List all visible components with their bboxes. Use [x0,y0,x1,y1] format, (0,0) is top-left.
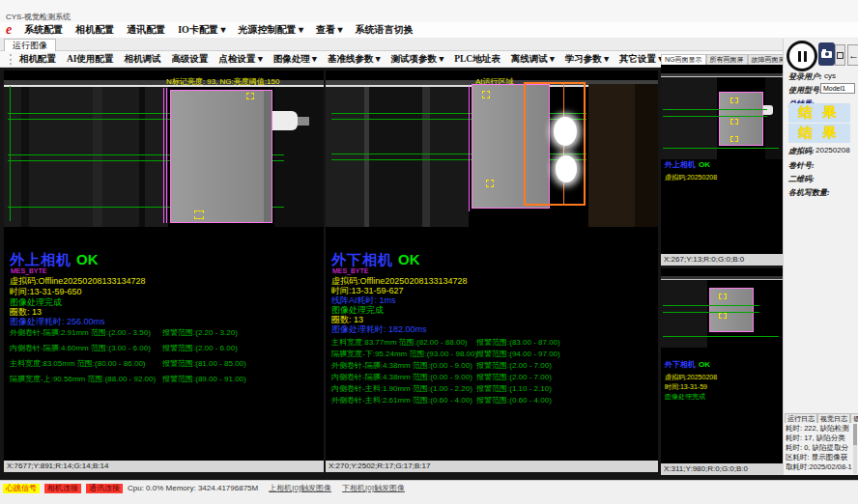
upper-camera-trigger-status: 上相机[0]触发图像 [269,484,331,493]
defect-mark [486,180,494,187]
back-button[interactable]: ← [847,44,858,66]
tool-test-params[interactable]: 测试项参数 ▾ [391,53,444,66]
measurement-value: 主料宽度:83.77mm 范围:(82.00 - 88.00) [331,337,468,348]
tool-baseline-params[interactable]: 基准线参数 ▾ [328,53,381,66]
machine-background [661,280,707,348]
menu-view[interactable]: 查看 ▾ [316,23,343,37]
measurement-value: 主料宽度:83.05mm 范围:(80.00 - 86.00) [10,358,146,369]
tool-ai-config[interactable]: AI使用配置 [67,53,114,66]
measurement-value: 隔膜宽度-下:95.24mm 范围:(93.00 - 98.00) [331,349,477,359]
camera-result-title: 外下相机OK [665,359,710,370]
measurement-value: 内侧卷针-主料:1.90mm 范围:(1.00 - 2.20) [331,383,472,394]
left-coords-readout: X:7677;Y:891;R:14;G:14;B:14 [4,461,324,472]
alarm-range: 报警范围:(83.00 - 87.00) [476,337,560,348]
tool-image-processing[interactable]: 图像处理 ▾ [273,53,317,66]
menu-io-config[interactable]: IO卡配置 ▾ [178,23,225,37]
baseline-vertical [10,86,11,221]
camera-name: 外下相机 [331,251,393,267]
measurement-value: 内侧卷针-隔膜:4.38mm 范围:(0.00 - 9.00) [331,372,472,382]
menu-camera-config[interactable]: 相机配置 [75,23,114,37]
log-scrollbar[interactable] [853,424,857,474]
tool-camera-debug[interactable]: 相机调试 [125,53,161,66]
tool-advanced-settings[interactable]: 高级设置 [172,53,209,66]
measurement-value: 隔膜宽度-上:90.56mm 范围:(88.00 - 92.00) [10,374,156,384]
menu-language-switch[interactable]: 系统语言切换 [355,23,413,37]
camera-name: 外上相机 [665,160,696,169]
menu-light-config[interactable]: 光源控制配置 ▾ [238,23,303,37]
model-input[interactable] [820,83,855,94]
alarm-range: 报警范围:(2.00 - 6.00) [162,343,238,353]
user-value: cys [824,71,836,80]
tab-all-frames[interactable]: 所有画面屏 [706,54,748,65]
tool-spotcheck-settings[interactable]: 点检设置 ▾ [219,53,263,66]
cell-image-block [170,90,272,223]
tab-run-log[interactable]: 运行日志 [785,413,817,423]
toolbar-grip[interactable] [10,54,14,65]
menu-bar: e 系统配置 相机配置 通讯配置 IO卡配置 ▾ 光源控制配置 ▾ 查看 ▾ 系… [0,22,858,38]
square-icon [837,52,844,59]
edge-marker-line [163,88,164,223]
back-arrow-icon: ← [848,49,858,61]
tab-run-image[interactable]: 运行图像 [4,39,56,52]
alarm-range: 报警范围:(1.10 - 2.10) [476,383,552,394]
cpu-memory-readout: Cpu: 0.0% Memory: 3424.41796875M [128,484,258,493]
connector-tail [298,117,309,126]
tool-learning-params[interactable]: 学习参数 ▾ [565,53,609,66]
scrollbar-thumb[interactable] [853,424,857,445]
status-bar: 心跳信号 相机连接 通讯连接 Cpu: 0.0% Memory: 3424.41… [0,480,858,504]
machine-column [422,87,430,227]
defect-mark [730,136,738,142]
result-display-lower: 结 果 [788,124,850,143]
baseline-line [663,312,759,313]
user-label: 登录用户: [788,71,822,82]
machine-background [430,87,469,227]
tab-strip: 运行图像 [0,38,858,51]
tab-vision-log[interactable]: 视觉日志 [817,413,850,423]
machine-background [369,87,422,227]
qr-code-label: 二维码: [788,174,815,184]
tool-camera-config[interactable]: 相机配置 [19,53,56,66]
glare-spot [554,117,577,146]
settings-button[interactable] [835,44,845,66]
tool-other-settings[interactable]: 其它设置 ▾ [619,53,663,66]
status-ok: OK [699,160,710,169]
left-camera-view[interactable]: N标记亮度: 93, NG:亮度阈值:150 外上相机OK MES_BYTE 虚… [4,70,324,461]
model-label: 使用型号: [788,85,822,96]
defect-mark [194,210,204,219]
alarm-range: 报警范围:(2.00 - 7.00) [476,360,552,371]
alarm-range: 报警范围:(89.00 - 91.00) [162,374,246,384]
tab-hardware-log[interactable]: 硬件日志 [850,413,858,423]
right-top-camera-view[interactable]: 外上相机OK 虚拟码:20250208 [661,65,783,254]
tab-ng-display[interactable]: NG画面显示 [661,54,706,65]
alarm-range: 报警范围:(94.00 - 97.00) [476,349,560,359]
baseline-line [663,148,779,149]
camera-icon [821,51,832,58]
time-text: 时间:13-31-59 [665,382,707,392]
control-panel: ← 登录用户: cys 使用型号: 总结果: 结 果 结 果 虚拟码: 2025… [783,39,858,475]
process-done-text: 图像处理完成 [665,392,705,402]
mes-label: MES_BYTE [11,267,46,274]
mes-label: MES_BYTE [332,267,368,274]
mid-camera-view[interactable]: AI运行区域 外下相机OK MES_BYTE 虚拟码:Offline202502… [326,70,658,461]
baseline-line [663,109,767,110]
measurement-value: 外侧卷针-隔膜:2.91mm 范围:(2.00 - 3.50) [10,327,151,338]
alarm-range: 报警范围:(2.00 - 7.00) [476,372,552,382]
alarm-range: 报警范围:(0.60 - 4.00) [476,395,552,406]
pause-button[interactable] [786,41,817,71]
tool-offline-debug[interactable]: 离线调试 ▾ [511,53,555,66]
right-top-coords-readout: X:267;Y:13;R:0;G:0;B:0 [661,254,783,266]
tool-plc-address[interactable]: PLC地址表 [454,53,500,66]
menu-system-config[interactable]: 系统配置 [24,23,63,37]
log-tabs: 运行日志 视觉日志 硬件日志 [785,413,858,423]
mid-coords-readout: X:270;Y:2502;R:17;G:17;B:17 [326,461,658,472]
camera-connection-badge: 相机连接 [44,484,81,493]
defect-mark [719,313,727,319]
snapshot-button[interactable] [818,42,835,66]
right-bottom-coords-readout: X:311;Y:980;R:0;G:0;B:0 [661,463,783,475]
right-bottom-camera-view[interactable]: 外下相机OK 虚拟码:20250208 时间:13-31-59 图像处理完成 [661,268,783,463]
display-mode-tabs: NG画面显示 所有画面屏 故障画面屏 [661,54,783,65]
lower-camera-trigger-status: 下相机[0]触发图像 [342,484,405,493]
menu-comm-config[interactable]: 通讯配置 [127,23,165,37]
cell-image-block [709,288,754,332]
process-time-text: 图像处理耗时: 182.00ms [331,323,427,336]
